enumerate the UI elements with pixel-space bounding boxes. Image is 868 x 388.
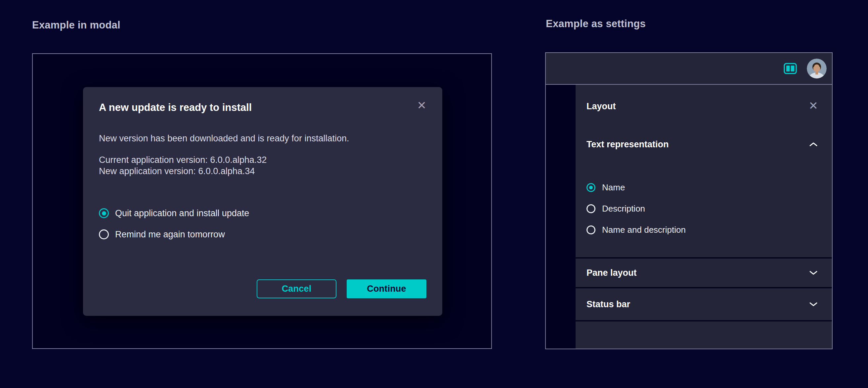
left-example-heading: Example in modal xyxy=(32,19,120,31)
two-pane-layout-icon[interactable] xyxy=(784,63,797,74)
close-icon[interactable]: ✕ xyxy=(417,100,427,110)
radio-option-label: Description xyxy=(602,204,645,214)
section-status-bar[interactable]: Status bar xyxy=(576,288,832,320)
app-background-strip xyxy=(546,85,576,349)
radio-option-name[interactable]: Name xyxy=(576,177,832,198)
app-content: Layout ✕ Text representation Name xyxy=(546,85,832,349)
section-text-representation[interactable]: Text representation xyxy=(576,128,832,161)
radio-unselected-icon[interactable] xyxy=(99,230,109,239)
version-info: Current application version: 6.0.0.alpha… xyxy=(99,154,426,177)
section-label: Text representation xyxy=(587,139,669,150)
radio-option-label: Name xyxy=(602,182,625,193)
chevron-up-icon xyxy=(809,142,818,147)
modal-demo-frame: A new update is ready to install ✕ New v… xyxy=(32,53,492,349)
close-icon[interactable]: ✕ xyxy=(809,101,818,111)
radio-option-label: Quit application and install update xyxy=(115,208,249,218)
current-version-line: Current application version: 6.0.0.alpha… xyxy=(99,154,426,166)
right-example-heading: Example as settings xyxy=(546,18,646,30)
update-options-radio-group: Quit application and install update Remi… xyxy=(99,203,426,245)
new-version-line: New application version: 6.0.0.alpha.34 xyxy=(99,166,426,177)
modal-footer: Cancel Continue xyxy=(257,279,426,298)
layout-settings-panel: Layout ✕ Text representation Name xyxy=(576,85,832,349)
radio-option-install-update[interactable]: Quit application and install update xyxy=(99,203,426,224)
settings-demo-frame: Layout ✕ Text representation Name xyxy=(545,52,833,349)
radio-unselected-icon[interactable] xyxy=(587,204,595,213)
radio-selected-icon[interactable] xyxy=(587,183,595,192)
section-label: Status bar xyxy=(587,299,630,309)
section-pane-layout[interactable]: Pane layout xyxy=(576,259,832,287)
update-modal: A new update is ready to install ✕ New v… xyxy=(83,87,442,316)
radio-option-description[interactable]: Description xyxy=(576,198,832,219)
radio-option-label: Remind me again tomorrow xyxy=(115,230,225,240)
cancel-button[interactable]: Cancel xyxy=(257,279,336,298)
modal-title: A new update is ready to install xyxy=(99,101,252,114)
chevron-down-icon xyxy=(809,270,818,275)
radio-option-name-and-description[interactable]: Name and description xyxy=(576,219,832,240)
chevron-down-icon xyxy=(809,302,818,307)
modal-body-text: New version has been downloaded and is r… xyxy=(99,133,426,144)
section-label: Pane layout xyxy=(587,268,637,278)
panel-header-layout: Layout ✕ xyxy=(576,85,832,128)
app-topbar xyxy=(546,53,832,85)
radio-option-label: Name and description xyxy=(602,225,686,235)
panel-title: Layout xyxy=(587,101,616,112)
divider xyxy=(576,320,832,322)
text-representation-radio-group: Name Description Name and description xyxy=(576,177,832,240)
radio-selected-icon[interactable] xyxy=(99,208,109,218)
radio-option-remind-tomorrow[interactable]: Remind me again tomorrow xyxy=(99,224,426,245)
radio-unselected-icon[interactable] xyxy=(587,226,595,234)
continue-button[interactable]: Continue xyxy=(347,279,426,298)
user-avatar[interactable] xyxy=(807,59,827,79)
modal-header: A new update is ready to install ✕ xyxy=(99,87,426,114)
